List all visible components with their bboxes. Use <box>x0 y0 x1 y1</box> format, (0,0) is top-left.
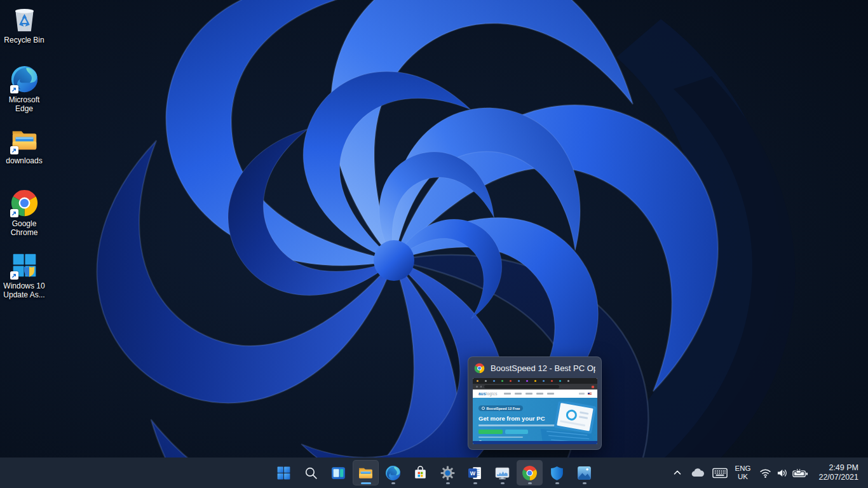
language-region: UK <box>735 473 751 481</box>
boostspeed-badge: BoostSpeed 12 Free <box>478 405 523 411</box>
desktop-icon-downloads[interactable]: downloads <box>0 126 48 165</box>
taskbar-windows-security-button[interactable] <box>544 460 570 485</box>
browser-profile-badge <box>592 386 594 388</box>
word-icon: W <box>467 465 483 481</box>
windows-security-shield-icon <box>549 465 565 481</box>
microsoft-store-icon <box>412 465 428 481</box>
shortcut-arrow-icon <box>10 146 18 154</box>
running-app-indicator <box>528 482 532 484</box>
svg-text:W: W <box>470 470 476 476</box>
desktop-icon-google-chrome[interactable]: Google Chrome <box>0 189 48 237</box>
tray-touch-keyboard-button[interactable] <box>709 460 731 485</box>
auslogics-logo: auslogics <box>478 391 498 396</box>
chrome-icon <box>10 189 39 217</box>
preview-header: BoostSpeed 12 - Best PC Opti... <box>474 362 595 375</box>
task-manager-icon <box>494 465 510 481</box>
tray-onedrive-button[interactable] <box>687 460 709 485</box>
desktop-icon-label: Recycle Bin <box>4 36 44 44</box>
chrome-icon <box>522 465 538 481</box>
tray-language-switcher[interactable]: ENG UK <box>731 460 755 485</box>
taskbar-settings-button[interactable] <box>435 460 461 485</box>
desktop-icon-label: Google Chrome <box>0 219 48 237</box>
battery-charging-icon <box>792 468 809 478</box>
desktop-icon-label: Windows 10 Update As... <box>0 281 48 299</box>
desktop-icon-recycle-bin[interactable]: Recycle Bin <box>0 5 48 44</box>
tray-network-volume-battery-button[interactable] <box>755 460 813 485</box>
task-view-icon <box>330 465 346 481</box>
secondary-button <box>505 430 528 435</box>
shortcut-arrow-icon <box>10 85 18 93</box>
chrome-icon <box>474 363 485 374</box>
desktop-icon-label: downloads <box>6 156 42 165</box>
onedrive-cloud-icon <box>690 467 705 478</box>
taskbar-task-manager-button[interactable] <box>489 460 515 485</box>
taskbar-word-button[interactable]: W <box>462 460 488 485</box>
shortcut-arrow-icon <box>10 271 18 280</box>
taskbar-edge-button[interactable] <box>380 460 406 485</box>
desktop-icon-windows-10-update-assistant[interactable]: Windows 10 Update As... <box>0 251 48 299</box>
running-app-indicator <box>583 482 587 484</box>
running-app-indicator <box>501 482 505 484</box>
tray-clock[interactable]: 2:49 PM 22/07/2021 <box>814 460 862 485</box>
desktop-icon-label: Microsoft Edge <box>0 95 48 113</box>
recycle-bin-icon <box>10 5 39 34</box>
site-hero-section: BoostSpeed 12 Free Get more from your PC <box>473 398 597 444</box>
us-flag-icon <box>588 393 592 395</box>
taskbar-microsoft-store-button[interactable] <box>407 460 433 485</box>
taskbar-photos-button[interactable] <box>571 460 597 485</box>
desktop-icon-area: Recycle Bin Microsoft Edge downloads Goo… <box>0 0 53 488</box>
wifi-icon <box>759 468 771 478</box>
boostspeed-logo-icon <box>482 407 485 410</box>
preview-window-title: BoostSpeed 12 - Best PC Opti... <box>491 363 595 373</box>
taskbar-task-view-button[interactable] <box>325 460 351 485</box>
clock-date: 22/07/2021 <box>818 473 858 482</box>
taskbar-chrome-button[interactable] <box>517 460 543 485</box>
laptop-illustration <box>532 402 597 444</box>
page-next-section-strip <box>473 441 597 444</box>
running-app-indicator <box>446 482 450 484</box>
chevron-up-icon <box>672 467 683 478</box>
desktop-wallpaper-bloom <box>0 0 868 488</box>
taskbar-center-group: W <box>271 458 597 488</box>
hero-headline: Get more from your PC <box>478 415 597 422</box>
chrome-taskbar-thumbnail-preview[interactable]: BoostSpeed 12 - Best PC Opti... auslogic… <box>468 356 602 450</box>
windows-start-icon <box>276 465 292 481</box>
site-login-link <box>579 393 585 395</box>
running-app-indicator <box>555 482 559 484</box>
taskbar: W <box>0 458 868 488</box>
url-field <box>484 385 559 388</box>
settings-gear-icon <box>440 465 456 481</box>
active-app-indicator <box>361 482 371 484</box>
language-code: ENG <box>735 464 751 473</box>
system-tray: ENG UK <box>668 458 868 488</box>
browser-address-bar <box>473 384 597 390</box>
windows-update-assistant-icon <box>10 251 39 280</box>
search-icon <box>303 465 319 481</box>
taskbar-start-button[interactable] <box>271 460 297 485</box>
running-app-indicator <box>473 482 477 484</box>
edge-icon <box>10 65 39 93</box>
desktop-icon-microsoft-edge[interactable]: Microsoft Edge <box>0 65 48 113</box>
download-button <box>478 430 503 435</box>
taskbar-search-button[interactable] <box>298 460 324 485</box>
touch-keyboard-icon <box>712 468 728 478</box>
edge-icon <box>385 465 401 481</box>
photos-icon <box>576 465 592 481</box>
shortcut-arrow-icon <box>10 209 18 217</box>
browser-tabstrip <box>473 378 597 384</box>
tray-show-hidden-icons-button[interactable] <box>668 460 686 485</box>
site-navbar: auslogics <box>473 390 597 398</box>
volume-icon <box>776 468 788 478</box>
taskbar-file-explorer-button[interactable] <box>353 460 379 485</box>
clock-time: 2:49 PM <box>818 463 858 473</box>
downloads-folder-icon <box>10 126 39 154</box>
site-nav-links <box>504 393 554 395</box>
hero-note <box>478 437 523 438</box>
file-explorer-icon <box>358 465 374 481</box>
hero-buttons <box>478 430 597 435</box>
preview-page-thumbnail[interactable]: auslogics BoostSpeed 12 Free Get more fr… <box>473 378 597 444</box>
running-app-indicator <box>391 482 395 484</box>
